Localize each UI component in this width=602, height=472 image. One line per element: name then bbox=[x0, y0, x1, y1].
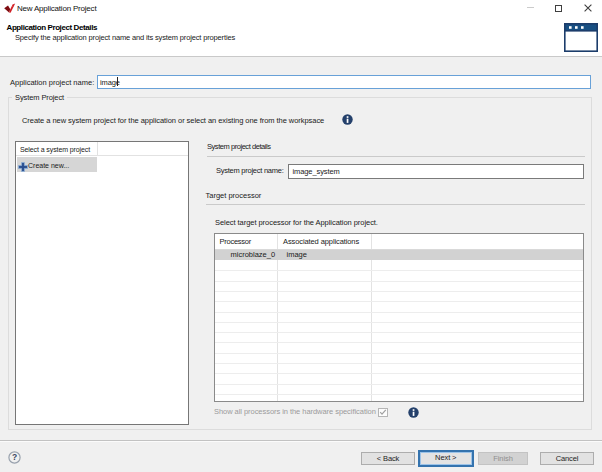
svg-text:?: ? bbox=[12, 452, 17, 462]
